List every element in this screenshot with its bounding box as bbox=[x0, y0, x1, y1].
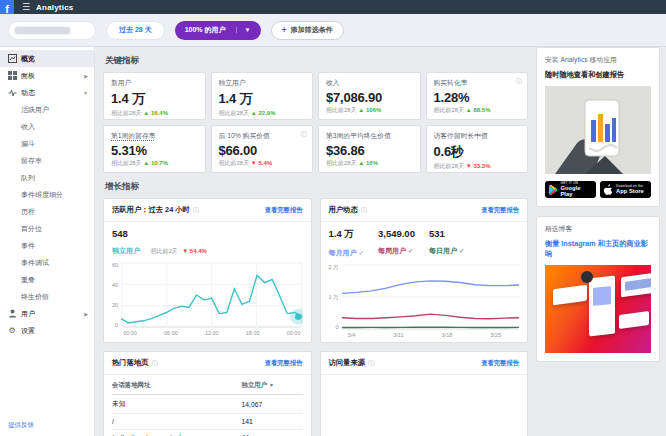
add-filter-label: 添加筛选条件 bbox=[291, 25, 333, 35]
metric-delta: ▲ 88.5% bbox=[466, 107, 491, 113]
metric-card-purchase-conversion[interactable]: ⓘ 购买转化率 1.28% 相比前28天 ▲ 88.5% bbox=[426, 72, 529, 120]
metric-label: 新用户 bbox=[111, 78, 198, 88]
sidebar-item-revenue[interactable]: 收入 bbox=[0, 118, 94, 135]
cell-url: / bbox=[112, 414, 242, 430]
sidebar-item-settings[interactable]: ⚙ 设置 bbox=[0, 322, 94, 339]
segment-label: 100% 的用户 bbox=[185, 25, 226, 35]
metric-label[interactable]: 第1周的留存率 bbox=[111, 131, 198, 141]
view-full-report-link[interactable]: 查看完整报告 bbox=[265, 206, 303, 215]
empty-state: i bbox=[329, 381, 520, 436]
segment-dropdown[interactable]: 100% 的用户 ▼ bbox=[175, 21, 261, 40]
give-feedback-link[interactable]: 提供反馈 bbox=[8, 421, 34, 430]
column-header-users[interactable]: 独立用户 ▼ bbox=[242, 377, 303, 395]
metric-card-revenue[interactable]: 收入 $7,086.90 相比前28天 ▲ 106% bbox=[318, 72, 421, 120]
sidebar-item-event-debugging[interactable]: 事件调试 bbox=[0, 254, 94, 271]
view-full-report-link[interactable]: 查看完整报告 bbox=[481, 359, 519, 368]
google-play-icon bbox=[549, 185, 557, 195]
info-icon[interactable]: ⓘ bbox=[151, 359, 158, 368]
metric-delta: ▲ 16.4% bbox=[143, 110, 168, 116]
sidebar-item-funnels[interactable]: 漏斗 bbox=[0, 135, 94, 152]
cell-users: 44 bbox=[242, 430, 303, 436]
sidebar-item-overlap[interactable]: 重叠 bbox=[0, 271, 94, 288]
google-play-badge[interactable]: GET IT ONGoogle Play bbox=[545, 181, 596, 198]
table-row[interactable]: / 141 bbox=[112, 414, 303, 430]
cell-url: /collections/new-arrival bbox=[112, 430, 242, 436]
sidebar-item-retention[interactable]: 留存率 bbox=[0, 152, 94, 169]
active-users-value: 548 bbox=[112, 228, 303, 239]
info-icon[interactable]: ⓘ bbox=[361, 206, 368, 215]
add-filter-button[interactable]: + 添加筛选条件 bbox=[271, 21, 344, 40]
weekly-users-stat[interactable]: 3,549.00 每周用户✓ bbox=[378, 228, 415, 259]
left-sidebar: 概览 面板 ▶ 动态 ▼ 活跃用户 收入 漏斗 留存率 队列 事件维度细分 历程… bbox=[0, 47, 95, 436]
daily-users-stat[interactable]: 531 每日用户✓ bbox=[429, 228, 464, 259]
sidebar-item-label: 队列 bbox=[21, 173, 35, 183]
app-store-badge[interactable]: Download on theApp Store bbox=[600, 181, 651, 198]
top-landing-pages-panel: 热门落地页 ⓘ 查看完整报告 会话落地网址 独立用户 ▼ bbox=[103, 351, 312, 436]
column-header-url[interactable]: 会话落地网址 bbox=[112, 377, 242, 395]
active-users-panel: 活跃用户：过去 24 小时 ⓘ 查看完整报告 548 独立用户 相比前2天 ▼ … bbox=[103, 198, 312, 343]
sidebar-item-people[interactable]: 用户 ▶ bbox=[0, 305, 94, 322]
sidebar-item-percentiles[interactable]: 百分位 bbox=[0, 220, 94, 237]
metric-card-top10-purchase-value[interactable]: ⓘ 前 10% 购买价值 $66.00 相比前28天 ▼ 5.4% bbox=[211, 125, 314, 173]
view-full-report-link[interactable]: 查看完整报告 bbox=[481, 206, 519, 215]
sidebar-item-events[interactable]: 事件 bbox=[0, 237, 94, 254]
activity-icon bbox=[7, 88, 17, 98]
metric-label: 独立用户 bbox=[219, 78, 306, 88]
page-selector[interactable] bbox=[8, 21, 96, 40]
overview-icon bbox=[7, 54, 17, 64]
cell-users: 14,067 bbox=[242, 395, 303, 414]
blog-post-image[interactable] bbox=[545, 265, 651, 353]
table-row[interactable]: 未知 14,067 bbox=[112, 395, 303, 414]
sidebar-item-cohorts[interactable]: 队列 bbox=[0, 169, 94, 186]
sidebar-item-active-users[interactable]: 活跃用户 bbox=[0, 101, 94, 118]
facebook-logo-icon[interactable]: f bbox=[0, 0, 14, 14]
date-range-button[interactable]: 过去 28 天 bbox=[106, 21, 165, 40]
stat-value: 1.4 万 bbox=[329, 228, 364, 241]
sidebar-item-overview[interactable]: 概览 bbox=[0, 50, 94, 67]
sidebar-item-dashboards[interactable]: 面板 ▶ bbox=[0, 67, 94, 84]
metric-compare: 相比前28天 bbox=[111, 160, 142, 166]
metric-card-unique-users[interactable]: 独立用户 1.4 万 相比前28天 ▲ 22.9% bbox=[211, 72, 314, 120]
info-icon[interactable]: ⓘ bbox=[368, 359, 375, 368]
sidebar-item-label: 历程 bbox=[21, 207, 35, 217]
sidebar-item-journeys[interactable]: 历程 bbox=[0, 203, 94, 220]
y-axis-labels: 6040200 bbox=[112, 262, 121, 328]
sidebar-item-label: 漏斗 bbox=[21, 139, 35, 149]
sidebar-item-activity[interactable]: 动态 ▼ bbox=[0, 84, 94, 101]
panel-title: 活跃用户：过去 24 小时 bbox=[112, 205, 190, 215]
metric-delta: ▲ 16% bbox=[358, 160, 378, 166]
info-icon[interactable]: ⓘ bbox=[516, 77, 523, 86]
view-full-report-link[interactable]: 查看完整报告 bbox=[265, 359, 303, 368]
growth-metrics-title: 增长指标 bbox=[105, 181, 528, 193]
active-users-line-chart[interactable] bbox=[121, 262, 302, 328]
metric-card-median-visit-duration[interactable]: 访客停留时长中值 0.6秒 相比前28天 ▼ 33.3% bbox=[426, 125, 529, 173]
sidebar-item-breakdowns[interactable]: 事件维度细分 bbox=[0, 186, 94, 203]
info-icon[interactable]: ⓘ bbox=[193, 206, 200, 215]
key-metrics-title: 关键指标 bbox=[105, 55, 528, 67]
metric-label: 收入 bbox=[326, 78, 413, 88]
sidebar-item-label: 设置 bbox=[21, 326, 35, 336]
sidebar-item-label: 收入 bbox=[21, 122, 35, 132]
panel-title: 热门落地页 bbox=[112, 358, 148, 368]
metric-card-avg-ltv[interactable]: 第3周的平均终生价值 $36.86 相比前28天 ▲ 16% bbox=[318, 125, 421, 173]
active-users-compare: 相比前2天 bbox=[150, 248, 177, 254]
table-row[interactable]: /collections/new-arrival 44 bbox=[112, 430, 303, 436]
promo-title: 安装 Analytics 移动应用 bbox=[545, 55, 651, 65]
sidebar-item-label: 用户 bbox=[21, 309, 35, 319]
metric-label: 访客停留时长中值 bbox=[434, 131, 521, 141]
sidebar-item-lifetime-value[interactable]: 终生价值 bbox=[0, 288, 94, 305]
sidebar-item-label: 重叠 bbox=[21, 275, 35, 285]
metric-value: 0.6秒 bbox=[434, 143, 521, 161]
metric-delta: ▲ 106% bbox=[358, 107, 381, 113]
metric-delta: ▼ 33.3% bbox=[466, 163, 491, 169]
panel-title: 访问量来源 bbox=[329, 358, 365, 368]
metric-card-new-users[interactable]: 新用户 1.4 万 相比前28天 ▲ 16.4% bbox=[103, 72, 206, 120]
info-icon[interactable]: ⓘ bbox=[301, 130, 308, 139]
metric-card-week1-retention[interactable]: 第1周的留存率 5.31% 相比前28天 ▲ 10.7% bbox=[103, 125, 206, 173]
hamburger-menu-icon[interactable]: ☰ bbox=[22, 2, 30, 12]
user-activity-line-chart[interactable] bbox=[342, 264, 519, 330]
metric-label: 前 10% 购买价值 bbox=[219, 131, 306, 141]
monthly-users-stat[interactable]: 1.4 万 每月用户✓ bbox=[329, 228, 364, 259]
blog-post-link[interactable]: 衡量 Instagram 和主页的商业影响 bbox=[545, 239, 651, 259]
analytics-dashboard: f ☰ Analytics 过去 28 天 100% 的用户 ▼ + 添加筛选条… bbox=[0, 0, 666, 436]
